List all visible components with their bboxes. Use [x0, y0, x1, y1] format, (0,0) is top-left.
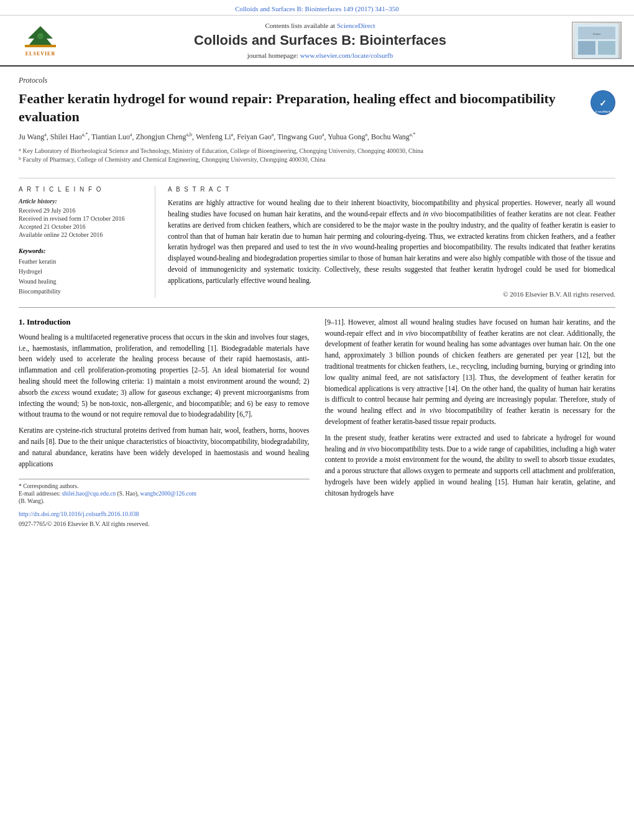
body-columns: 1. Introduction Wound healing is a multi…	[0, 317, 634, 506]
history-title: Article history:	[19, 198, 145, 205]
svg-point-2	[37, 33, 44, 39]
article-title-row: Feather keratin hydrogel for wound repai…	[19, 90, 615, 126]
keywords-list: Feather keratin Hydrogel Wound healing B…	[19, 257, 145, 297]
journal-citation: Colloids and Surfaces B: Biointerfaces 1…	[235, 5, 399, 12]
keyword-2: Hydrogel	[19, 267, 145, 277]
doi-link[interactable]: http://dx.doi.org/10.1016/j.colsurfb.201…	[19, 510, 139, 517]
authors-line: Ju Wanga, Shilei Haoa,*, Tiantian Luoa, …	[19, 132, 615, 142]
section1-number: 1.	[19, 317, 25, 326]
protocols-label: Protocols	[19, 76, 615, 85]
article-info-abstract-columns: A R T I C L E I N F O Article history: R…	[0, 186, 634, 298]
email2-link[interactable]: wangbc2000@126.com	[140, 491, 196, 497]
keywords-title: Keywords:	[19, 247, 145, 254]
accepted-date: Accepted 21 October 2016	[19, 223, 145, 230]
section1-para1: Wound healing is a multifaceted regenera…	[19, 332, 310, 421]
corresponding-authors-label: * Corresponding authors.	[19, 483, 310, 489]
affil-b: ᵇ Faculty of Pharmacy, College of Chemis…	[19, 155, 615, 164]
homepage-link[interactable]: www.elsevier.com/locate/colsurfb	[300, 52, 393, 59]
article-section: Protocols Feather keratin hydrogel for w…	[0, 67, 634, 170]
doi-section: http://dx.doi.org/10.1016/j.colsurfb.201…	[0, 505, 634, 528]
issn-text: 0927-7765/© 2016 Elsevier B.V. All right…	[19, 520, 149, 527]
affil-a: ᵃ Key Laboratory of Biorheological Scien…	[19, 147, 615, 155]
sciencedirect-link[interactable]: ScienceDirect	[337, 22, 375, 29]
email1-link[interactable]: shilei.hao@cqu.edu.cn	[62, 491, 116, 497]
elsevier-tree-icon	[22, 25, 59, 51]
main-content-divider	[19, 307, 615, 308]
email-footnote: E-mail addresses: shilei.hao@cqu.edu.cn …	[19, 491, 310, 497]
crossmark-logo: ✓ CrossMark	[590, 90, 615, 115]
divider-after-authors	[19, 178, 615, 178]
journal-thumbnail: Cover	[572, 22, 622, 59]
elsevier-text-logo: ELSEVIER	[25, 51, 55, 57]
section1-right-para2: In the present study, feather keratins w…	[325, 433, 616, 499]
journal-cover-image: Cover	[575, 24, 618, 58]
svg-text:CrossMark: CrossMark	[595, 110, 611, 113]
journal-center-info: Contents lists available at ScienceDirec…	[81, 22, 559, 59]
svg-rect-0	[25, 45, 56, 47]
journal-title: Colloids and Surfaces B: Biointerfaces	[81, 32, 559, 48]
section1-label: Introduction	[27, 317, 71, 326]
article-info-column: A R T I C L E I N F O Article history: R…	[19, 186, 155, 298]
svg-rect-6	[598, 41, 615, 55]
keyword-4: Biocompatibility	[19, 287, 145, 297]
affiliations: ᵃ Key Laboratory of Biorheological Scien…	[19, 147, 615, 164]
abstract-column: A B S T R A C T Keratins are highly attr…	[168, 186, 615, 298]
article-title: Feather keratin hydrogel for wound repai…	[19, 90, 578, 126]
section1-title: 1. Introduction	[19, 317, 310, 327]
body-right-column: [9–11]. However, almost all wound healin…	[325, 317, 616, 506]
section1-right-para1: [9–11]. However, almost all wound healin…	[325, 317, 616, 428]
received-date: Received 29 July 2016	[19, 207, 145, 214]
svg-text:✓: ✓	[599, 99, 607, 108]
keywords-section: Keywords: Feather keratin Hydrogel Wound…	[19, 247, 145, 297]
abstract-text: Keratins are highly attractive for wound…	[168, 198, 615, 287]
copyright-text: © 2016 Elsevier B.V. All rights reserved…	[168, 290, 615, 298]
section1-para2: Keratins are cysteine-rich structural pr…	[19, 425, 310, 469]
abstract-header: A B S T R A C T	[168, 186, 615, 193]
elsevier-logo: ELSEVIER	[12, 22, 68, 59]
homepage-line: journal homepage: www.elsevier.com/locat…	[81, 52, 559, 59]
keyword-3: Wound healing	[19, 277, 145, 287]
article-history: Article history: Received 29 July 2016 R…	[19, 198, 145, 238]
available-date: Available online 22 October 2016	[19, 231, 145, 238]
available-text: Contents lists available at ScienceDirec…	[81, 22, 559, 29]
body-left-column: 1. Introduction Wound healing is a multi…	[19, 317, 310, 506]
journal-header: ELSEVIER Contents lists available at Sci…	[0, 16, 634, 67]
email2-name: (B. Wang).	[19, 498, 310, 504]
top-bar: Colloids and Surfaces B: Biointerfaces 1…	[0, 0, 634, 16]
keyword-1: Feather keratin	[19, 257, 145, 267]
svg-rect-5	[578, 41, 595, 55]
article-info-header: A R T I C L E I N F O	[19, 186, 145, 193]
received-revised-date: Received in revised form 17 October 2016	[19, 215, 145, 222]
footnote-section: * Corresponding authors. E-mail addresse…	[19, 479, 310, 504]
svg-text:Cover: Cover	[593, 32, 601, 35]
